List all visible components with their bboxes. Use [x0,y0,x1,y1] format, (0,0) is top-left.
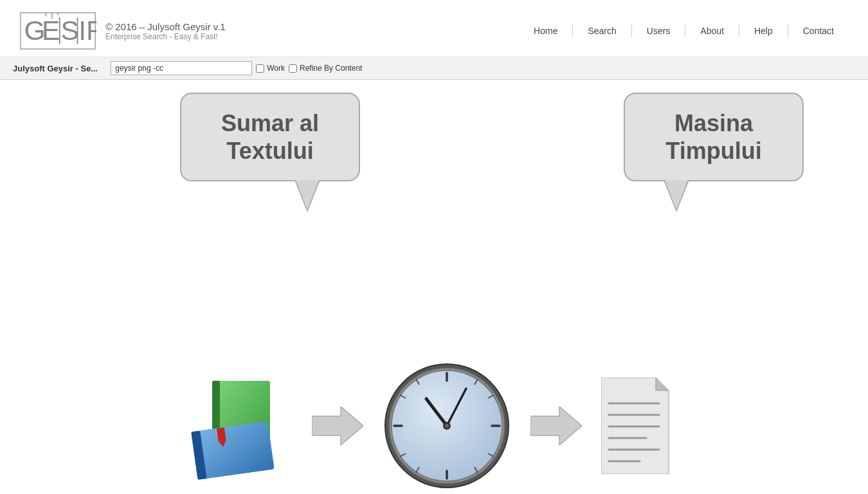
search-input[interactable] [111,61,252,75]
logo-title: © 2016 – Julysoft Geysir v.1 [105,21,226,32]
refine-label: Refine By Content [300,64,362,73]
bubble-left: Sumar al Textului [180,93,360,181]
logo-area: G E S IR © 2016 – Julysoft Geysir v.1 En… [19,12,226,50]
arrow-right-2-icon [530,407,582,445]
document-icon [601,378,685,474]
nav-help[interactable]: Help [739,20,788,42]
header: G E S IR © 2016 – Julysoft Geysir v.1 En… [0,0,868,57]
svg-text:IR: IR [78,15,96,46]
books-icon [183,368,293,484]
toolbar: Julysoft Geysir - Se... Work Refine By C… [0,57,868,80]
arrow-right-1-icon [312,407,363,445]
nav-about[interactable]: About [685,20,739,42]
bubble-left-text: Sumar al Textului [201,109,339,165]
geysir-logo-icon: G E S IR [19,12,96,50]
work-checkbox[interactable] [256,64,264,73]
nav-users[interactable]: Users [632,20,685,42]
bottom-section [0,361,868,490]
svg-text:E: E [42,15,60,46]
nav-contact[interactable]: Contact [788,20,849,42]
toolbar-title: Julysoft Geysir - Se... [13,64,98,73]
svg-marker-40 [530,407,582,445]
main-nav: Home Search Users About Help Contact [519,20,849,42]
logo-subtitle: Enterprise Search - Easy & Fast! [105,32,226,41]
nav-home[interactable]: Home [519,20,572,42]
bubble-right: Masina Timpului [624,93,804,181]
svg-point-39 [445,424,449,428]
search-area: Work Refine By Content [111,61,362,75]
svg-marker-42 [656,378,669,390]
bubble-right-text: Masina Timpului [644,109,783,165]
work-label: Work [267,64,285,73]
work-checkbox-label[interactable]: Work [256,64,285,73]
nav-search[interactable]: Search [573,20,631,42]
main-content: Sumar al Textului Masina Timpului [0,80,868,494]
logo-text: © 2016 – Julysoft Geysir v.1 Enterprise … [105,21,226,41]
refine-checkbox[interactable] [289,64,297,73]
svg-text:S: S [61,15,79,46]
svg-marker-20 [312,407,363,445]
clock-icon [383,361,511,490]
refine-checkbox-label[interactable]: Refine By Content [289,64,362,73]
